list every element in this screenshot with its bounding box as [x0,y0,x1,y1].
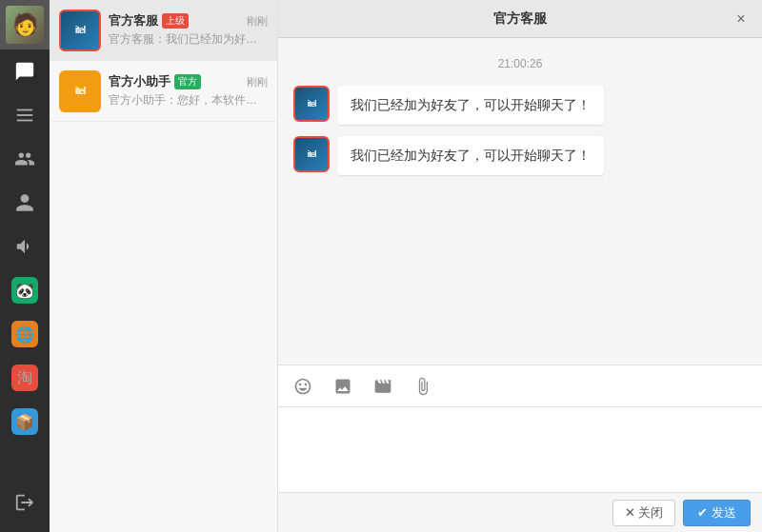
message-bubble: 我们已经加为好友了，可以开始聊天了！ [337,86,604,125]
sidebar-icon-logout[interactable] [0,481,50,524]
image-button[interactable] [330,373,356,400]
chat-item-info-2: 官方小助手 官方 刚刚 官方小助手：您好，本软件正在... [109,73,268,108]
sidebar: 🧑 🐼 🌐 淘 📦 [0,0,50,532]
send-button[interactable]: ✔ 发送 [683,500,751,526]
video-button[interactable] [370,373,396,400]
chat-input-area [278,406,762,492]
sidebar-icon-app[interactable]: 📦 [0,400,50,443]
chat-toolbar [278,365,762,406]
chat-header: 官方客服 × [278,0,762,38]
sidebar-icon-contacts[interactable] [0,137,50,181]
chat-item-info-1: 官方客服 上级 刚刚 官方客服：我们已经加为好友了... [109,12,268,48]
message-avatar: itel [293,136,330,172]
chat-item-avatar-2: itel [59,70,101,112]
svg-rect-1 [17,114,33,116]
chat-header-title: 官方客服 [309,10,732,28]
chat-item-name-1: 官方客服 [109,12,158,30]
chat-item-time-2: 刚刚 [247,75,268,89]
sidebar-icon-volume[interactable] [0,225,50,268]
svg-rect-0 [17,109,33,111]
user-avatar[interactable]: 🧑 [0,0,50,49]
sidebar-icon-list[interactable] [0,93,50,137]
sidebar-icon-chat[interactable] [0,49,50,93]
chat-item-preview-2: 官方小助手：您好，本软件正在... [109,92,261,108]
chat-list-item[interactable]: itel 官方小助手 官方 刚刚 官方小助手：您好，本软件正在... [50,61,277,122]
svg-rect-2 [17,120,33,122]
avatar-image: 🧑 [6,6,44,44]
chat-list-item[interactable]: itel 官方客服 上级 刚刚 官方客服：我们已经加为好友了... [50,0,277,61]
sidebar-icon-panda[interactable]: 🐼 [0,268,50,312]
chat-bottom-bar: ✕ 关闭 ✔ 发送 [278,492,762,532]
sidebar-icon-orange[interactable]: 🌐 [0,312,50,356]
sidebar-icon-profile[interactable] [0,181,50,225]
message-bubble: 我们已经加为好友了，可以开始聊天了！ [337,136,604,175]
message-input[interactable] [290,415,751,484]
chat-window: 官方客服 × 21:00:26 itel 我们已经加为好友了，可以开始聊天了！ … [278,0,762,532]
close-chat-button[interactable]: ✕ 关闭 [612,500,676,526]
chat-item-avatar-1: itel [59,10,101,51]
message-timestamp: 21:00:26 [293,57,747,70]
close-button[interactable]: × [732,10,751,29]
chat-item-preview-1: 官方客服：我们已经加为好友了... [109,31,261,48]
file-button[interactable] [410,373,436,400]
emoji-button[interactable] [290,373,316,400]
chat-item-badge-2: 官方 [174,74,201,89]
chat-item-time-1: 刚刚 [247,14,268,29]
messages-area: 21:00:26 itel 我们已经加为好友了，可以开始聊天了！ itel 我们… [278,38,762,365]
message-row: itel 我们已经加为好友了，可以开始聊天了！ [293,136,747,175]
sidebar-icon-shop[interactable]: 淘 [0,356,50,400]
chat-list-panel: itel 官方客服 上级 刚刚 官方客服：我们已经加为好友了... itel 官… [50,0,278,532]
message-row: itel 我们已经加为好友了，可以开始聊天了！ [293,86,747,125]
message-avatar: itel [293,86,330,122]
chat-item-badge-1: 上级 [162,13,189,29]
chat-item-name-2: 官方小助手 [109,73,170,90]
